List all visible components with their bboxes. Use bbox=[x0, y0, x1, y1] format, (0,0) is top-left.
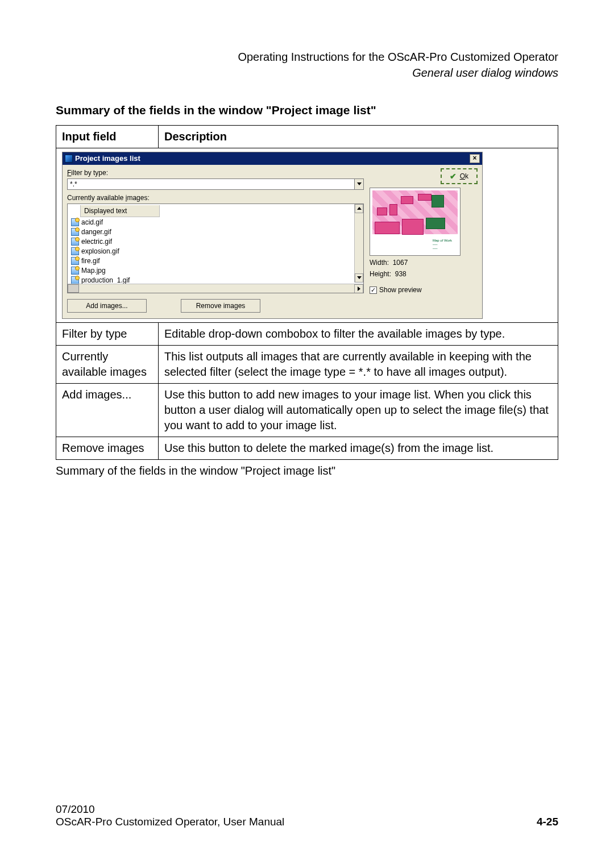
chevron-right-icon bbox=[358, 286, 360, 291]
footer-doc: OScAR-Pro Customized Operator, User Manu… bbox=[56, 816, 284, 828]
col-input-field: Input field bbox=[56, 126, 159, 148]
combo-dropdown-button[interactable] bbox=[354, 179, 363, 189]
show-preview-label: Show preview bbox=[379, 285, 422, 294]
page-number: 4-25 bbox=[537, 816, 558, 828]
close-button[interactable]: × bbox=[470, 154, 480, 163]
project-images-dialog: Project images list × Filter by type: *.… bbox=[62, 152, 483, 319]
image-icon bbox=[71, 218, 79, 226]
list-item[interactable]: acid.gif bbox=[69, 217, 353, 227]
section-heading: Summary of the fields in the window "Pro… bbox=[56, 103, 558, 117]
preview-legend: Map of Work──── bbox=[433, 239, 455, 251]
width-value: 1067 bbox=[393, 259, 408, 267]
field-desc: This list outputs all images that are cu… bbox=[159, 346, 558, 384]
list-column-header: Displayed text bbox=[80, 205, 160, 217]
filter-value: *.* bbox=[68, 180, 354, 189]
images-listbox[interactable]: Displayed text acid.gif danger.gif elect… bbox=[67, 203, 364, 293]
chevron-down-icon bbox=[357, 276, 362, 279]
table-row: Remove images Use this button to delete … bbox=[56, 437, 558, 460]
scroll-right-button[interactable] bbox=[354, 284, 363, 293]
field-desc: Use this button to add new images to you… bbox=[159, 384, 558, 437]
field-name: Currently available images bbox=[56, 346, 159, 384]
image-preview: Map of Work──── bbox=[370, 188, 460, 256]
width-label: Width: bbox=[370, 259, 389, 267]
chevron-down-icon bbox=[357, 182, 362, 185]
filter-by-type-label: Filter by type: bbox=[67, 168, 364, 177]
doc-title: Operating Instructions for the OScAR-Pro… bbox=[56, 49, 558, 65]
list-item[interactable]: fire.gif bbox=[69, 256, 353, 265]
currently-available-images-label: Currently available images: bbox=[67, 193, 364, 202]
add-images-button[interactable]: Add images... bbox=[67, 299, 147, 313]
image-icon bbox=[71, 247, 79, 255]
height-value: 938 bbox=[395, 270, 406, 278]
scroll-up-button[interactable] bbox=[355, 204, 363, 213]
remove-images-button[interactable]: Remove images bbox=[181, 299, 260, 313]
image-icon bbox=[71, 228, 79, 236]
table-row: Filter by type Editable drop-down combob… bbox=[56, 323, 558, 346]
fields-table: Input field Description Project images l… bbox=[56, 125, 558, 460]
field-name: Remove images bbox=[56, 437, 159, 460]
field-name: Add images... bbox=[56, 384, 159, 437]
list-item[interactable]: Map.jpg bbox=[69, 265, 353, 275]
scroll-down-button[interactable] bbox=[355, 273, 363, 283]
footer-date: 07/2010 bbox=[56, 803, 284, 816]
chevron-up-icon bbox=[357, 207, 362, 210]
col-description: Description bbox=[159, 126, 558, 148]
doc-subtitle: General user dialog windows bbox=[56, 65, 558, 81]
list-item[interactable]: explosion.gif bbox=[69, 246, 353, 256]
height-label: Height: bbox=[370, 270, 391, 278]
scroll-thumb[interactable] bbox=[68, 284, 79, 293]
table-caption: Summary of the fields in the window "Pro… bbox=[56, 464, 558, 477]
dialog-title: Project images list bbox=[75, 153, 140, 164]
list-item[interactable]: electric.gif bbox=[69, 236, 353, 246]
image-icon bbox=[71, 267, 79, 275]
image-icon bbox=[71, 257, 79, 265]
field-name: Filter by type bbox=[56, 323, 159, 346]
filter-by-type-combo[interactable]: *.* bbox=[67, 178, 364, 190]
image-icon bbox=[71, 238, 79, 246]
field-desc: Use this button to delete the marked ima… bbox=[159, 437, 558, 460]
list-item[interactable]: danger.gif bbox=[69, 227, 353, 236]
horizontal-scrollbar[interactable] bbox=[68, 284, 363, 293]
table-row: Add images... Use this button to add new… bbox=[56, 384, 558, 437]
field-desc: Editable drop-down combobox to filter th… bbox=[159, 323, 558, 346]
table-row: Currently available images This list out… bbox=[56, 346, 558, 384]
show-preview-checkbox[interactable]: ✓ bbox=[370, 286, 377, 294]
app-icon bbox=[65, 155, 73, 163]
check-icon: ✔ bbox=[450, 171, 457, 182]
ok-button[interactable]: ✔ Ok bbox=[441, 168, 478, 185]
vertical-scrollbar[interactable] bbox=[354, 204, 363, 283]
image-icon bbox=[71, 276, 79, 284]
